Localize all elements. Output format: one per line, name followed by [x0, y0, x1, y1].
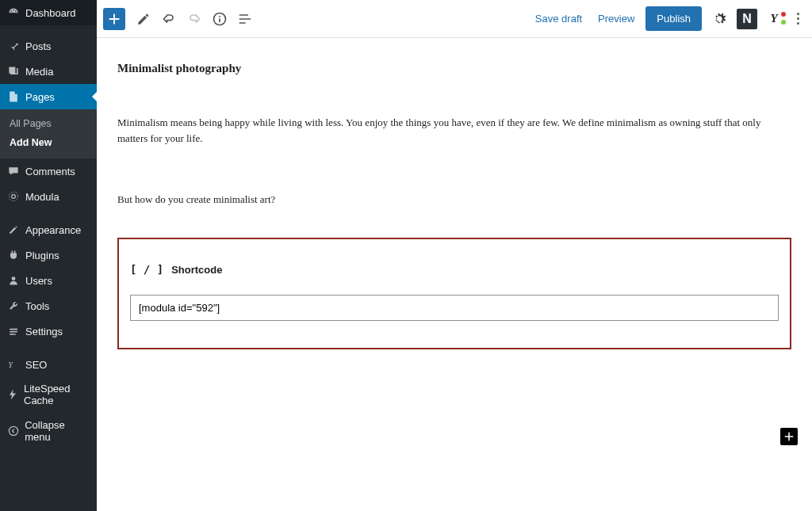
admin-sidebar: Dashboard Posts Media Pages All Pages Ad… — [0, 0, 97, 511]
details-button[interactable] — [208, 7, 232, 31]
sidebar-item-label: Pages — [25, 91, 55, 103]
sidebar-item-label: Collapse menu — [25, 419, 90, 443]
sidebar-item-tools[interactable]: Tools — [0, 293, 97, 318]
shortcode-input[interactable] — [130, 295, 779, 321]
sidebar-item-label: Media — [25, 66, 53, 78]
settings-panel-toggle[interactable] — [708, 8, 730, 30]
svg-point-1 — [9, 192, 17, 200]
modula-icon — [6, 189, 21, 204]
preview-button[interactable]: Preview — [593, 10, 639, 28]
sidebar-item-label: SEO — [25, 359, 47, 371]
shortcode-block-header: [ / ] Shortcode — [130, 263, 779, 276]
pages-icon — [6, 90, 21, 104]
sidebar-item-pages[interactable]: Pages — [0, 84, 97, 109]
svg-point-2 — [12, 276, 16, 280]
media-icon — [6, 64, 21, 78]
redo-button[interactable] — [182, 7, 206, 31]
post-title[interactable]: Minimalist photography — [117, 62, 791, 75]
sidebar-item-modula[interactable]: Modula — [0, 184, 97, 209]
paragraph-block-1[interactable]: Minimalism means being happy while livin… — [117, 115, 791, 146]
save-draft-button[interactable]: Save draft — [530, 10, 587, 28]
editor-canvas[interactable]: Minimalist photography Minimalism means … — [97, 38, 812, 511]
undo-button[interactable] — [157, 7, 181, 31]
sidebar-item-label: LiteSpeed Cache — [24, 383, 90, 406]
tools-icon — [6, 299, 21, 313]
shortcode-icon: [ / ] — [130, 263, 163, 276]
svg-point-9 — [219, 15, 220, 17]
sidebar-submenu-pages: All Pages Add New — [0, 109, 97, 158]
yoast-badge[interactable]: Y — [764, 9, 784, 29]
sidebar-item-label: Dashboard — [25, 7, 76, 19]
editor-main: Save draft Preview Publish N Y Minimalis… — [97, 0, 812, 511]
sidebar-item-users[interactable]: Users — [0, 268, 97, 293]
collapse-icon — [6, 424, 20, 438]
sidebar-item-label: Plugins — [25, 250, 59, 261]
publish-button[interactable]: Publish — [645, 6, 702, 31]
outline-button[interactable] — [233, 7, 257, 31]
users-icon — [6, 273, 21, 288]
more-menu-button[interactable] — [791, 8, 806, 29]
sidebar-item-label: Modula — [25, 191, 59, 203]
shortcode-label: Shortcode — [171, 264, 222, 276]
block-appender-button[interactable] — [780, 428, 798, 445]
svg-text:Y: Y — [9, 360, 14, 369]
sidebar-item-posts[interactable]: Posts — [0, 33, 97, 59]
plugins-icon — [6, 248, 21, 262]
status-dot-green — [781, 20, 786, 25]
pin-icon — [6, 39, 21, 53]
svg-point-4 — [11, 331, 13, 333]
comments-icon — [6, 164, 21, 178]
sidebar-item-label: Tools — [25, 300, 49, 312]
sidebar-item-litespeed[interactable]: LiteSpeed Cache — [0, 377, 97, 412]
sidebar-item-label: Settings — [25, 326, 63, 337]
sidebar-collapse[interactable]: Collapse menu — [0, 414, 97, 448]
sidebar-item-comments[interactable]: Comments — [0, 158, 97, 184]
seo-icon: Y — [6, 357, 21, 372]
sidebar-item-dashboard[interactable]: Dashboard — [0, 0, 97, 25]
settings-icon — [6, 324, 21, 338]
appearance-icon — [6, 223, 21, 237]
paragraph-block-2[interactable]: But how do you create minimalist art? — [117, 193, 791, 206]
plugin-n-badge[interactable]: N — [737, 9, 757, 29]
svg-point-7 — [9, 426, 17, 435]
sidebar-item-seo[interactable]: Y SEO — [0, 352, 97, 377]
sidebar-subitem-add-new[interactable]: Add New — [0, 133, 97, 152]
status-dot-red — [781, 12, 786, 17]
sidebar-item-label: Posts — [25, 40, 52, 52]
shortcode-block[interactable]: [ / ] Shortcode — [117, 238, 791, 349]
svg-point-0 — [12, 195, 16, 199]
yoast-label: Y — [770, 12, 777, 25]
sidebar-item-label: Appearance — [25, 224, 81, 236]
svg-point-5 — [15, 334, 17, 335]
editor-toolbar: Save draft Preview Publish N Y — [97, 0, 812, 38]
edit-mode-button[interactable] — [132, 7, 155, 31]
sidebar-item-plugins[interactable]: Plugins — [0, 242, 97, 268]
lightning-icon — [6, 387, 19, 402]
sidebar-item-settings[interactable]: Settings — [0, 318, 97, 344]
sidebar-subitem-all-pages[interactable]: All Pages — [0, 114, 97, 133]
svg-rect-10 — [219, 18, 220, 22]
sidebar-item-media[interactable]: Media — [0, 59, 97, 84]
sidebar-item-appearance[interactable]: Appearance — [0, 217, 97, 242]
sidebar-item-label: Users — [25, 275, 52, 287]
dashboard-icon — [6, 6, 21, 20]
svg-point-3 — [16, 329, 17, 330]
sidebar-item-label: Comments — [25, 166, 75, 177]
add-block-button[interactable] — [103, 8, 125, 30]
